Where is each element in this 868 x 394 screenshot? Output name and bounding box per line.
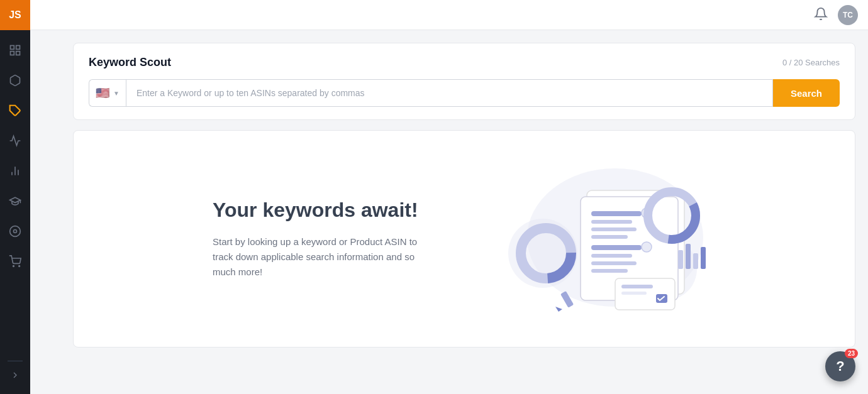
search-count: 0 / 20 Searches bbox=[782, 58, 840, 67]
sidebar-divider bbox=[8, 361, 23, 361]
empty-title: Your keywords await! bbox=[213, 198, 439, 222]
sidebar-item-campaigns[interactable] bbox=[0, 126, 30, 156]
svg-rect-3 bbox=[16, 52, 20, 55]
svg-rect-20 bbox=[591, 220, 632, 224]
svg-rect-37 bbox=[621, 292, 647, 295]
svg-rect-2 bbox=[11, 52, 14, 55]
svg-rect-23 bbox=[591, 245, 642, 250]
sidebar-item-products[interactable] bbox=[0, 65, 30, 96]
svg-point-10 bbox=[13, 266, 14, 267]
keyword-input[interactable] bbox=[126, 79, 773, 107]
sidebar-item-analytics[interactable] bbox=[0, 156, 30, 186]
sidebar-item-tools[interactable] bbox=[0, 216, 30, 246]
help-badge: 23 bbox=[845, 349, 858, 358]
topbar: TC bbox=[30, 0, 868, 30]
chevron-down-icon: ▼ bbox=[113, 90, 120, 97]
empty-state-card: Your keywords await! Start by looking up… bbox=[73, 130, 855, 347]
page-title: Keyword Scout bbox=[89, 56, 171, 69]
notifications-icon[interactable] bbox=[814, 7, 828, 23]
keyword-illustration bbox=[489, 156, 716, 322]
svg-marker-40 bbox=[555, 307, 562, 312]
svg-rect-32 bbox=[686, 244, 691, 269]
sidebar-nav bbox=[0, 30, 30, 358]
help-icon: ? bbox=[836, 358, 844, 375]
user-avatar[interactable]: TC bbox=[838, 5, 858, 25]
empty-description: Start by looking up a keyword or Product… bbox=[213, 234, 439, 280]
sidebar-item-training[interactable] bbox=[0, 186, 30, 216]
svg-point-8 bbox=[10, 226, 21, 237]
svg-rect-24 bbox=[591, 254, 632, 258]
country-selector[interactable]: 🇺🇸 ▼ bbox=[89, 79, 126, 107]
svg-rect-22 bbox=[591, 235, 628, 239]
svg-point-28 bbox=[642, 242, 652, 252]
svg-rect-19 bbox=[591, 211, 642, 216]
main-content: Keyword Scout 0 / 20 Searches 🇺🇸 ▼ Searc… bbox=[60, 30, 868, 394]
keyword-scout-card: Keyword Scout 0 / 20 Searches 🇺🇸 ▼ Searc… bbox=[73, 43, 855, 120]
sidebar-item-keywords[interactable] bbox=[0, 96, 30, 126]
help-button[interactable]: 23 ? bbox=[825, 351, 855, 381]
svg-rect-21 bbox=[591, 227, 637, 231]
topbar-actions: TC bbox=[814, 5, 858, 25]
svg-rect-1 bbox=[16, 46, 20, 50]
sidebar-bottom bbox=[0, 358, 30, 394]
sidebar-item-dashboard[interactable] bbox=[0, 35, 30, 65]
svg-rect-25 bbox=[591, 261, 637, 265]
empty-text: Your keywords await! Start by looking up… bbox=[213, 198, 439, 280]
empty-content: Your keywords await! Start by looking up… bbox=[213, 156, 716, 322]
svg-rect-36 bbox=[621, 285, 653, 288]
svg-point-11 bbox=[19, 266, 20, 267]
sidebar-expand-button[interactable] bbox=[0, 364, 30, 386]
search-button[interactable]: Search bbox=[773, 79, 840, 107]
svg-rect-34 bbox=[701, 247, 706, 269]
app-logo: JS bbox=[0, 0, 30, 30]
card-header: Keyword Scout 0 / 20 Searches bbox=[89, 56, 840, 69]
flag-icon: 🇺🇸 bbox=[96, 86, 109, 100]
svg-point-9 bbox=[14, 230, 17, 233]
sidebar: JS bbox=[0, 0, 30, 394]
search-bar: 🇺🇸 ▼ Search bbox=[89, 79, 840, 107]
svg-rect-33 bbox=[693, 253, 698, 269]
svg-rect-26 bbox=[591, 269, 628, 273]
svg-rect-0 bbox=[11, 46, 14, 50]
svg-rect-31 bbox=[678, 250, 683, 269]
sidebar-item-store[interactable] bbox=[0, 246, 30, 276]
